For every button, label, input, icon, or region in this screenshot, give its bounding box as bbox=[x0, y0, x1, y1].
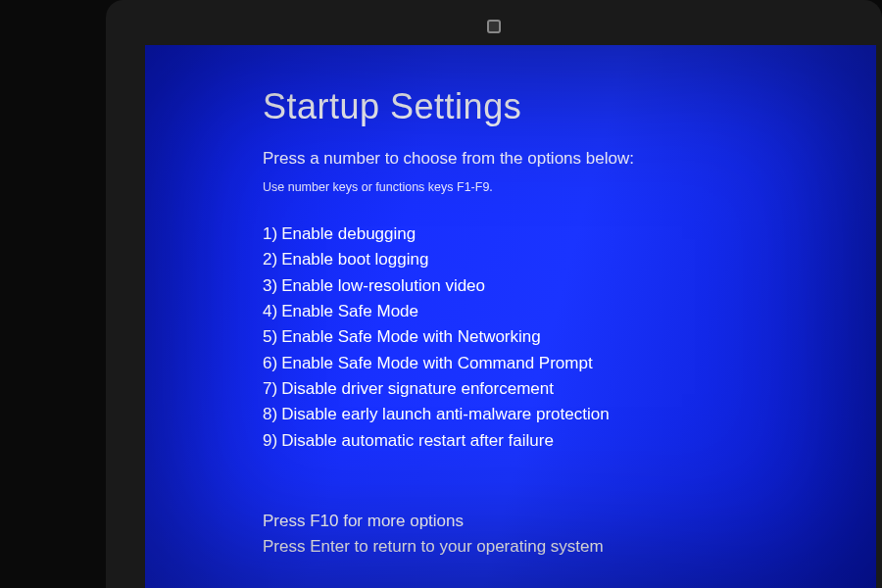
option-3[interactable]: 3) Enable low-resolution video bbox=[263, 273, 876, 299]
option-7[interactable]: 7) Disable driver signature enforcement bbox=[263, 376, 876, 402]
option-number: 9) bbox=[263, 428, 277, 454]
instruction-subtitle: Press a number to choose from the option… bbox=[263, 149, 876, 169]
option-label: Disable automatic restart after failure bbox=[281, 428, 554, 454]
footer-return: Press Enter to return to your operating … bbox=[263, 534, 876, 560]
option-9[interactable]: 9) Disable automatic restart after failu… bbox=[263, 428, 876, 454]
option-label: Enable boot logging bbox=[281, 247, 428, 272]
footer-more-options: Press F10 for more options bbox=[263, 509, 876, 534]
option-label: Enable debugging bbox=[281, 221, 416, 247]
option-number: 5) bbox=[263, 324, 277, 350]
camera-icon bbox=[487, 20, 501, 33]
option-number: 3) bbox=[263, 273, 277, 299]
page-title: Startup Settings bbox=[263, 86, 876, 127]
option-number: 4) bbox=[263, 299, 277, 324]
option-label: Disable driver signature enforcement bbox=[281, 376, 554, 402]
key-hint: Use number keys or functions keys F1-F9. bbox=[263, 180, 876, 194]
option-5[interactable]: 5) Enable Safe Mode with Networking bbox=[263, 324, 876, 350]
option-label: Enable Safe Mode with Networking bbox=[281, 324, 541, 350]
option-1[interactable]: 1) Enable debugging bbox=[263, 221, 876, 247]
option-8[interactable]: 8) Disable early launch anti-malware pro… bbox=[263, 402, 876, 427]
startup-options-list: 1) Enable debugging 2) Enable boot loggi… bbox=[263, 221, 876, 454]
option-6[interactable]: 6) Enable Safe Mode with Command Prompt bbox=[263, 351, 876, 376]
option-label: Enable low-resolution video bbox=[281, 273, 485, 299]
option-label: Disable early launch anti-malware protec… bbox=[281, 402, 610, 427]
option-4[interactable]: 4) Enable Safe Mode bbox=[263, 299, 876, 324]
footer-instructions: Press F10 for more options Press Enter t… bbox=[263, 509, 876, 559]
option-label: Enable Safe Mode bbox=[281, 299, 418, 324]
option-number: 7) bbox=[263, 376, 277, 402]
option-number: 1) bbox=[263, 221, 277, 247]
option-number: 8) bbox=[263, 402, 277, 427]
option-number: 2) bbox=[263, 247, 277, 272]
option-label: Enable Safe Mode with Command Prompt bbox=[281, 351, 593, 376]
startup-settings-screen: Startup Settings Press a number to choos… bbox=[145, 45, 876, 588]
option-2[interactable]: 2) Enable boot logging bbox=[263, 247, 876, 272]
option-number: 6) bbox=[263, 351, 277, 376]
